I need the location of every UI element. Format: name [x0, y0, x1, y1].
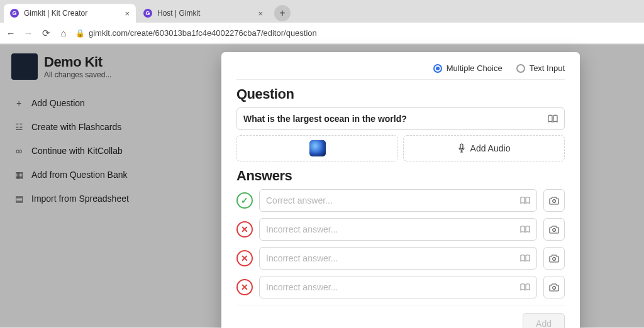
- add-image-button[interactable]: [543, 247, 565, 270]
- question-text-input[interactable]: What is the largest ocean in the world?: [236, 107, 565, 130]
- incorrect-mark-icon[interactable]: ✕: [236, 250, 253, 266]
- tab-strip: G Gimkit | Kit Creator × G Host | Gimkit…: [0, 0, 644, 23]
- question-type-row: Multiple Choice Text Input: [236, 63, 565, 80]
- add-image-button[interactable]: [543, 189, 565, 212]
- answers-heading: Answers: [236, 168, 565, 184]
- answer-input[interactable]: Incorrect answer...: [259, 247, 537, 270]
- new-tab-button[interactable]: +: [274, 5, 291, 21]
- tab-title: Host | Gimkit: [157, 9, 253, 18]
- answer-placeholder: Incorrect answer...: [266, 253, 520, 263]
- radio-dot-icon: [433, 64, 442, 73]
- lock-icon: 🔒: [75, 29, 85, 38]
- favicon-icon: G: [10, 9, 19, 18]
- svg-point-2: [553, 228, 556, 231]
- question-text-value: What is the largest ocean in the world?: [243, 114, 548, 124]
- tab-title: Gimkit | Kit Creator: [24, 9, 119, 18]
- answer-row: ✕ Incorrect answer...: [236, 218, 565, 241]
- favicon-icon: G: [143, 9, 152, 18]
- incorrect-mark-icon[interactable]: ✕: [236, 279, 253, 295]
- correct-mark-icon[interactable]: ✓: [236, 192, 253, 209]
- add-audio-box[interactable]: Add Audio: [403, 135, 565, 161]
- svg-point-1: [553, 199, 556, 202]
- svg-point-3: [553, 257, 556, 260]
- app-body: Demo Kit All changes saved... + Add Ques…: [0, 45, 644, 327]
- question-editor-modal: Multiple Choice Text Input Question What…: [221, 52, 580, 328]
- answer-row: ✕ Incorrect answer...: [236, 247, 565, 270]
- answers-list: ✓ Correct answer... ✕ Incorrect answer..…: [236, 189, 565, 298]
- camera-icon: [549, 226, 559, 234]
- mic-icon: [458, 143, 465, 153]
- browser-tab[interactable]: G Host | Gimkit ×: [137, 4, 269, 23]
- url-text: gimkit.com/create/603013ba1fc4e4002276cb…: [89, 28, 317, 38]
- book-icon[interactable]: [520, 254, 530, 262]
- media-row: Add Audio: [236, 135, 565, 161]
- answer-row: ✓ Correct answer...: [236, 189, 565, 212]
- browser-chrome: G Gimkit | Kit Creator × G Host | Gimkit…: [0, 0, 644, 45]
- browser-tab-active[interactable]: G Gimkit | Kit Creator ×: [4, 4, 136, 23]
- answer-input[interactable]: Incorrect answer...: [259, 276, 537, 298]
- svg-rect-0: [460, 144, 463, 149]
- answer-placeholder: Incorrect answer...: [266, 224, 520, 234]
- modal-footer: Add: [236, 305, 565, 328]
- close-tab-icon[interactable]: ×: [125, 9, 130, 18]
- home-icon[interactable]: ⌂: [58, 28, 69, 38]
- browser-toolbar: ← → ⟳ ⌂ 🔒 gimkit.com/create/603013ba1fc4…: [0, 23, 644, 44]
- earth-image-icon: [309, 140, 326, 156]
- incorrect-mark-icon[interactable]: ✕: [236, 221, 253, 238]
- radio-label: Multiple Choice: [447, 63, 502, 73]
- question-heading: Question: [236, 86, 565, 102]
- book-icon[interactable]: [520, 197, 530, 204]
- radio-label: Text Input: [530, 63, 565, 73]
- close-tab-icon[interactable]: ×: [258, 9, 263, 18]
- radio-dot-icon: [516, 64, 525, 73]
- radio-text-input[interactable]: Text Input: [516, 63, 565, 73]
- answer-placeholder: Incorrect answer...: [266, 282, 520, 292]
- book-icon[interactable]: [520, 226, 530, 233]
- radio-multiple-choice[interactable]: Multiple Choice: [433, 63, 502, 73]
- answer-row: ✕ Incorrect answer...: [236, 276, 565, 298]
- book-icon[interactable]: [548, 114, 558, 123]
- add-audio-label: Add Audio: [470, 143, 511, 153]
- answer-input[interactable]: Correct answer...: [259, 189, 537, 212]
- add-image-button[interactable]: [543, 276, 565, 298]
- add-image-button[interactable]: [543, 218, 565, 241]
- add-button[interactable]: Add: [523, 313, 565, 328]
- url-bar[interactable]: 🔒 gimkit.com/create/603013ba1fc4e4002276…: [75, 28, 639, 38]
- answer-placeholder: Correct answer...: [266, 195, 520, 205]
- book-icon[interactable]: [520, 283, 530, 291]
- image-attachment-box[interactable]: [236, 135, 398, 161]
- svg-point-4: [553, 286, 556, 289]
- back-icon[interactable]: ←: [5, 28, 16, 38]
- forward-icon[interactable]: →: [23, 28, 34, 38]
- camera-icon: [549, 283, 559, 292]
- answer-input[interactable]: Incorrect answer...: [259, 218, 537, 241]
- camera-icon: [549, 197, 559, 205]
- camera-icon: [549, 254, 559, 263]
- reload-icon[interactable]: ⟳: [40, 28, 52, 39]
